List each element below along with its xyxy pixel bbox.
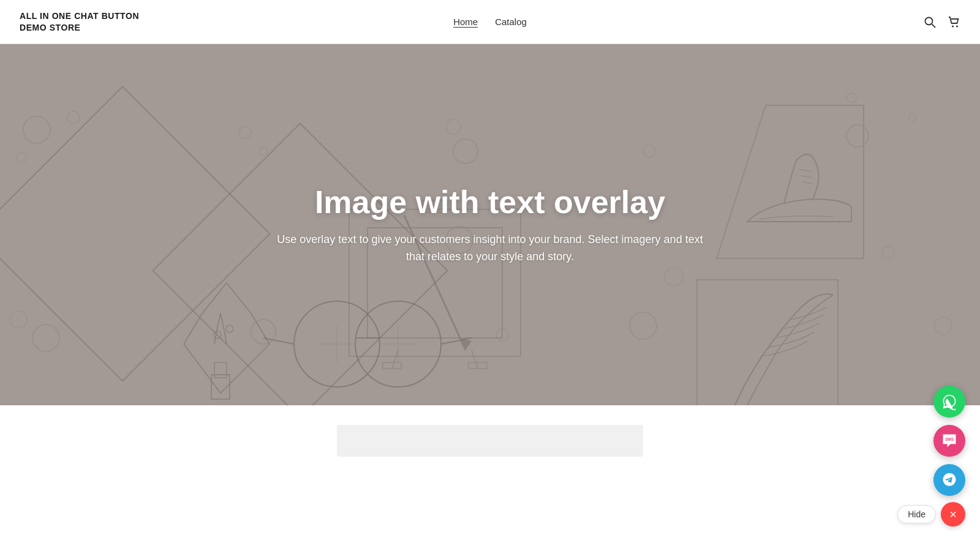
telegram-button[interactable] xyxy=(933,464,965,496)
sms-icon: SMS xyxy=(941,432,958,449)
sms-button[interactable]: SMS xyxy=(933,425,965,457)
hero-text-overlay: Image with text overlay Use overlay text… xyxy=(245,184,735,266)
site-header: ALL IN ONE CHAT BUTTON DEMO STORE Home C… xyxy=(0,0,980,44)
hero-section: Image with text overlay Use overlay text… xyxy=(0,44,980,405)
nav-home[interactable]: Home xyxy=(453,17,478,27)
hide-button[interactable]: Hide xyxy=(897,505,936,523)
chat-hide-row: Hide × xyxy=(897,502,965,527)
hero-subtitle: Use overlay text to give your customers … xyxy=(270,231,710,266)
svg-point-2 xyxy=(952,25,954,27)
main-nav: Home Catalog xyxy=(453,17,527,27)
close-button[interactable]: × xyxy=(941,502,965,527)
hero-title: Image with text overlay xyxy=(270,184,710,220)
header-icons xyxy=(924,15,960,29)
cart-button[interactable] xyxy=(947,15,960,29)
svg-line-1 xyxy=(932,24,936,28)
nav-catalog[interactable]: Catalog xyxy=(495,17,527,27)
chat-buttons-container: SMS xyxy=(933,386,965,496)
svg-text:SMS: SMS xyxy=(945,437,954,441)
telegram-icon xyxy=(941,471,958,489)
below-hero-section xyxy=(0,405,980,551)
cart-icon xyxy=(947,15,960,29)
store-title: ALL IN ONE CHAT BUTTON DEMO STORE xyxy=(20,10,154,32)
search-button[interactable] xyxy=(924,16,936,28)
svg-point-0 xyxy=(925,17,933,24)
content-placeholder xyxy=(337,425,643,457)
svg-point-3 xyxy=(956,25,958,27)
close-icon: × xyxy=(949,508,957,522)
search-icon xyxy=(924,16,936,28)
whatsapp-button[interactable] xyxy=(933,386,965,418)
whatsapp-icon xyxy=(941,393,958,410)
